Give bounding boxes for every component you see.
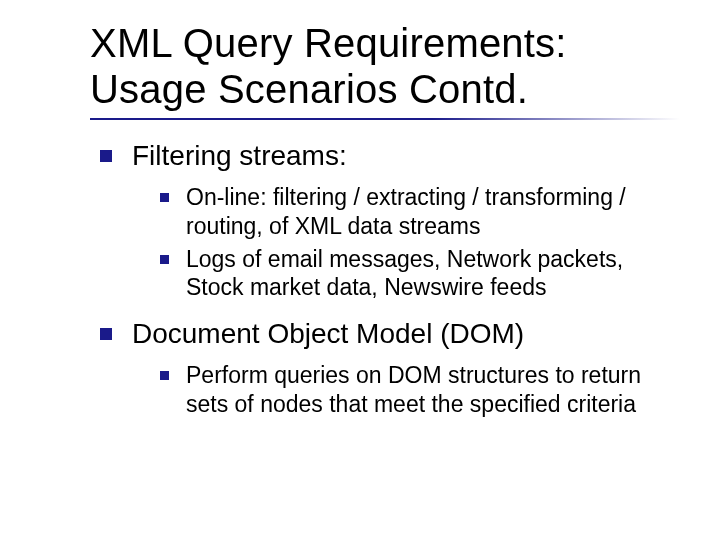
list-item: Document Object Model (DOM) Perform quer… (100, 316, 680, 419)
slide: XML Query Requirements: Usage Scenarios … (0, 0, 720, 540)
list-item: Filtering streams: On-line: filtering / … (100, 138, 680, 302)
list-item-label: Perform queries on DOM structures to ret… (186, 362, 641, 417)
title-underline (90, 118, 680, 120)
list-item-label: Logs of email messages, Network packets,… (186, 246, 623, 301)
slide-title: XML Query Requirements: Usage Scenarios … (90, 20, 680, 112)
bullet-list: Filtering streams: On-line: filtering / … (100, 138, 680, 419)
sub-bullet-list: On-line: filtering / extracting / transf… (160, 183, 680, 302)
list-item: Logs of email messages, Network packets,… (160, 245, 680, 303)
list-item-label: On-line: filtering / extracting / transf… (186, 184, 626, 239)
list-item: Perform queries on DOM structures to ret… (160, 361, 680, 419)
sub-bullet-list: Perform queries on DOM structures to ret… (160, 361, 680, 419)
list-item: On-line: filtering / extracting / transf… (160, 183, 680, 241)
list-item-label: Document Object Model (DOM) (132, 318, 524, 349)
list-item-label: Filtering streams: (132, 140, 347, 171)
